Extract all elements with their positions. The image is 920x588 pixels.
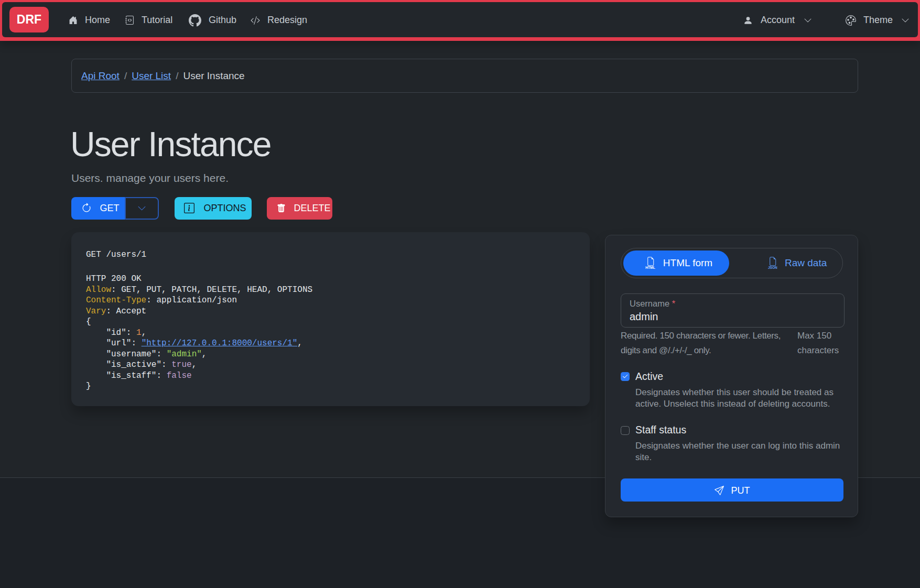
svg-text:JSON: JSON <box>768 266 777 269</box>
svg-text:HTML: HTML <box>645 266 655 269</box>
